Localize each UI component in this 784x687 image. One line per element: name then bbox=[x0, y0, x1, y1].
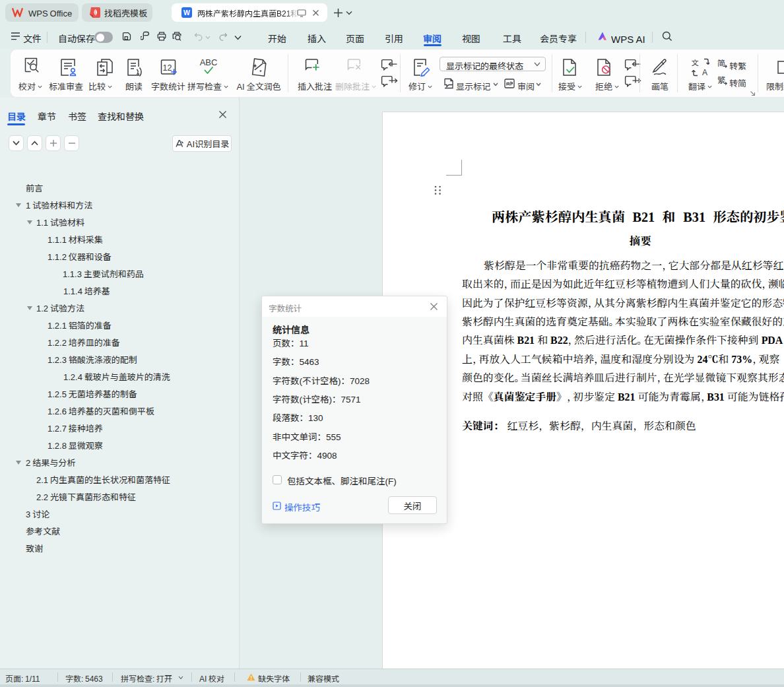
svg-text:ABC: ABC bbox=[200, 57, 218, 67]
svg-text:W: W bbox=[183, 9, 190, 16]
svg-text:12: 12 bbox=[163, 63, 172, 73]
svg-text:A: A bbox=[702, 68, 707, 77]
svg-text:文: 文 bbox=[692, 57, 699, 67]
